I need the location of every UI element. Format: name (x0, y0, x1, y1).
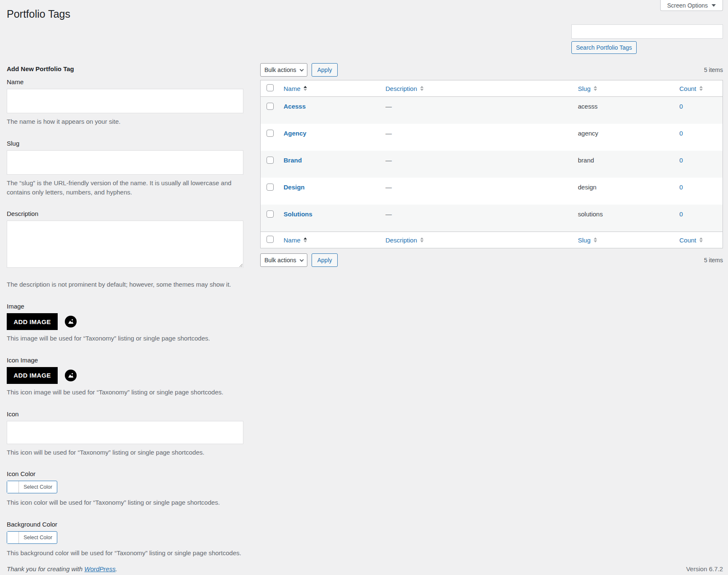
name-help: The name is how it appears on your site. (7, 117, 243, 126)
caret-down-icon (712, 4, 716, 7)
icon-image-help: This icon image will be used for “Taxono… (7, 388, 243, 397)
items-count: 5 items (704, 257, 723, 264)
tag-description: — (386, 157, 392, 164)
tag-name-link[interactable]: Agency (284, 130, 307, 137)
slug-input[interactable] (7, 150, 243, 175)
sort-by-description[interactable]: Description (386, 85, 424, 92)
tag-slug: agency (578, 130, 598, 137)
table-row: Agency — agency 0 (261, 124, 723, 151)
icon-image-control-row: ADD IMAGE (7, 367, 243, 384)
row-checkbox[interactable] (267, 103, 274, 110)
color-swatch (7, 532, 19, 543)
icon-image-label: Icon Image (7, 357, 243, 364)
sort-indicator-icon (304, 86, 307, 91)
items-count: 5 items (704, 67, 723, 73)
table-row: Design — design 0 (261, 178, 723, 205)
image-label: Image (7, 303, 243, 310)
sort-indicator-icon (594, 86, 597, 91)
slug-help: The “slug” is the URL-friendly version o… (7, 178, 243, 197)
row-checkbox[interactable] (267, 184, 274, 191)
tag-description: — (386, 103, 392, 110)
image-icon (65, 316, 77, 327)
tag-description: — (386, 130, 392, 137)
admin-footer: Thank you for creating with WordPress. V… (7, 565, 723, 572)
sort-indicator-icon (420, 237, 424, 242)
slug-label: Slug (7, 140, 243, 147)
screen-options-button[interactable]: Screen Options (660, 0, 723, 11)
table-row: Acesss — acesss 0 (261, 97, 723, 124)
tag-count-link[interactable]: 0 (680, 103, 683, 110)
row-checkbox[interactable] (267, 130, 274, 137)
tag-count-link[interactable]: 0 (680, 210, 683, 218)
footer-thanks: Thank you for creating with WordPress. (7, 565, 117, 572)
search-form: Search Portfolio Tags (571, 24, 723, 54)
add-icon-image-button[interactable]: ADD IMAGE (7, 367, 58, 384)
sort-by-description[interactable]: Description (386, 237, 424, 244)
tags-list-area: Search Portfolio Tags Bulk actions Apply… (260, 20, 723, 575)
icon-input[interactable] (7, 421, 243, 444)
table-footer-row: Name Description Slug (261, 232, 723, 248)
tag-name-link[interactable]: Acesss (284, 103, 306, 110)
content-area: Add New Portfolio Tag Name The name is h… (7, 20, 723, 575)
color-swatch (7, 481, 19, 493)
search-portfolio-tags-button[interactable]: Search Portfolio Tags (571, 41, 637, 54)
tag-slug: brand (578, 157, 594, 164)
name-input[interactable] (7, 89, 243, 113)
portfolio-tags-page: Portfolio Tags Screen Options Add New Po… (0, 0, 728, 575)
apply-button[interactable]: Apply (312, 63, 337, 77)
tag-count-link[interactable]: 0 (680, 157, 683, 164)
tablenav-top: Bulk actions Apply 5 items (260, 63, 723, 77)
image-control-row: ADD IMAGE (7, 313, 243, 330)
bulk-actions-label: Bulk actions (264, 67, 296, 73)
description-textarea[interactable] (7, 221, 243, 268)
add-image-button[interactable]: ADD IMAGE (7, 313, 58, 330)
background-color-select-button[interactable]: Select Color (7, 531, 57, 544)
tag-slug: design (578, 184, 597, 191)
tag-count-link[interactable]: 0 (680, 184, 683, 191)
bulk-actions-label: Bulk actions (264, 257, 296, 264)
select-all-checkbox[interactable] (267, 84, 274, 91)
description-label: Description (7, 210, 243, 217)
tag-description: — (386, 210, 392, 218)
portfolio-tags-table: Name Description Slug (260, 80, 723, 248)
search-input[interactable] (571, 24, 723, 39)
bulk-actions-select[interactable]: Bulk actions (260, 63, 307, 77)
table-row: Brand — brand 0 (261, 151, 723, 178)
row-checkbox[interactable] (267, 210, 274, 218)
table-row: Solutions — solutions 0 (261, 205, 723, 232)
tag-slug: solutions (578, 210, 603, 218)
tag-slug: acesss (578, 103, 598, 110)
sort-by-slug[interactable]: Slug (578, 85, 597, 92)
sort-indicator-icon (699, 237, 703, 242)
sort-by-name[interactable]: Name (284, 237, 307, 244)
tag-name-link[interactable]: Solutions (284, 210, 312, 218)
icon-help: This icon will be used for “Taxonomy” li… (7, 448, 243, 457)
sort-by-count[interactable]: Count (680, 237, 703, 244)
sort-by-slug[interactable]: Slug (578, 237, 597, 244)
sort-indicator-icon (420, 86, 424, 91)
description-help: The description is not prominent by defa… (7, 280, 243, 289)
tag-count-link[interactable]: 0 (680, 130, 683, 137)
icon-color-label: Icon Color (7, 470, 243, 477)
apply-button[interactable]: Apply (312, 253, 337, 267)
sort-by-name[interactable]: Name (284, 85, 307, 92)
tag-name-link[interactable]: Brand (284, 157, 302, 164)
icon-color-select-button[interactable]: Select Color (7, 481, 57, 493)
sort-indicator-icon (594, 237, 597, 242)
background-color-label: Background Color (7, 521, 243, 528)
select-color-label: Select Color (19, 532, 57, 543)
sort-by-count[interactable]: Count (680, 85, 703, 92)
add-tag-form: Add New Portfolio Tag Name The name is h… (7, 20, 243, 575)
wordpress-link[interactable]: WordPress (84, 565, 115, 572)
icon-label: Icon (7, 410, 243, 418)
bulk-actions-select[interactable]: Bulk actions (260, 253, 307, 267)
select-all-checkbox[interactable] (267, 236, 274, 243)
tag-name-link[interactable]: Design (284, 184, 305, 191)
icon-color-help: This icon color will be used for “Taxono… (7, 498, 243, 507)
name-label: Name (7, 78, 243, 85)
sort-indicator-icon (699, 86, 703, 91)
row-checkbox[interactable] (267, 157, 274, 164)
footer-version: Version 6.7.2 (686, 565, 723, 572)
tag-description: — (386, 184, 392, 191)
sort-indicator-icon (304, 237, 307, 242)
